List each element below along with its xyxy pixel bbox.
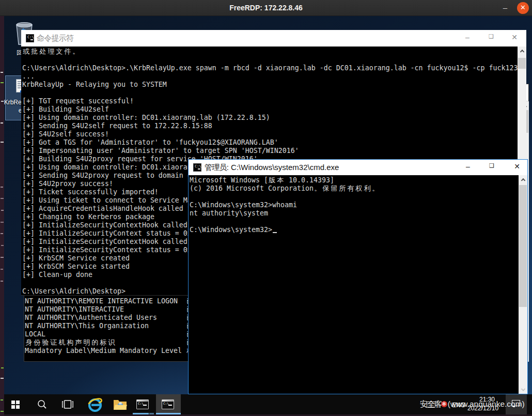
host-terminal-text-fragment (1, 72, 3, 73)
console-row: [+] Got a TGS for 'Administrator' to 'fu… (22, 138, 518, 147)
console-row: Microsoft Windows [版本 10.0.14393] (190, 176, 519, 184)
watermark-url: (www.anquanke.com) (448, 399, 525, 409)
minimize-button[interactable]: – (460, 162, 476, 171)
windows-logo-pane (11, 400, 15, 404)
console-row: (c) 2016 Microsoft Corporation。保留所有权利。 (190, 184, 519, 193)
freerdp-close-button[interactable]: ✕ (517, 2, 529, 14)
watermark-site-name: 安全客 (420, 399, 442, 409)
console-output: NT AUTHORITY\REMOTE INTERACTIVE LOGON 已知… (25, 297, 211, 355)
host-terminal-text-fragment (1, 82, 4, 83)
freerdp-titlebar[interactable]: FreeRDP: 172.22.8.46 – ✕ (0, 0, 532, 16)
search-button[interactable] (33, 394, 52, 414)
running-indicator (133, 413, 149, 414)
window-title: 管理员: C:\Windows\system32\cmd.exe (205, 163, 339, 173)
host-terminal-text-fragment (1, 411, 4, 412)
chevron-shape (520, 49, 524, 53)
console-row: NT AUTHORITY\Authenticated Users 已知组 (25, 314, 211, 322)
exe-icon-text-line (18, 81, 21, 82)
console-row: C:\Windows\system32>whoami (190, 201, 519, 209)
command-prompt-icon: C:\ (162, 399, 174, 409)
host-terminal-text-fragment (1, 187, 3, 188)
scroll-up-icon[interactable] (519, 175, 527, 184)
console-row: [+] Impersonating user 'Administrator' t… (22, 147, 518, 155)
console-row: Mandatory Label\Medium Mandatory Level 标… (25, 347, 211, 355)
host-terminal-text-fragment (1, 378, 4, 379)
console-output: Microsoft Windows [版本 10.0.14393] (c) 20… (190, 176, 519, 234)
console-row: [+] Using domain controller: DC01.xiaora… (22, 114, 518, 122)
console-row (190, 218, 519, 226)
console-row (22, 89, 518, 97)
exe-icon-text-line (18, 87, 21, 88)
windows-desktop[interactable]: 回收站 KrbRelayUp.ex e NT AUTHORITY\REMOTE … (4, 16, 532, 414)
console-cursor (273, 232, 277, 233)
maximize-button[interactable]: ❑ (484, 162, 499, 169)
host-desktop-strip (0, 16, 4, 416)
host-terminal-text-fragment (1, 210, 4, 211)
scrollbar-thumb[interactable] (519, 185, 527, 307)
scroll-down-icon[interactable] (519, 385, 527, 394)
host-terminal-text-fragment (1, 233, 3, 234)
file-explorer-button[interactable] (107, 394, 132, 414)
console-row: 身份验证机构声明的标识 已知组 (25, 338, 211, 347)
start-button[interactable] (4, 394, 28, 414)
host-terminal-text-fragment (1, 257, 4, 258)
console-row: NT AUTHORITY\This Organization 已知组 (25, 322, 211, 330)
window-title: 命令提示符 (37, 34, 73, 43)
host-terminal-text-fragment (1, 269, 3, 270)
windows-logo-pane (16, 400, 20, 404)
maximize-button[interactable]: ❑ (483, 33, 499, 40)
cmd-window-admin-titlebar[interactable]: C:\ 管理员: C:\Windows\system32\cmd.exe – ❑… (189, 160, 527, 175)
console-row: NT AUTHORITY\REMOTE INTERACTIVE LOGON 已知… (25, 297, 211, 305)
console-row: [+] Building S4U2self (22, 105, 518, 114)
host-terminal-text-fragment (1, 281, 3, 282)
command-prompt-admin-task-button[interactable]: C:\ (156, 394, 181, 414)
scrollbar[interactable] (519, 175, 527, 394)
console-row: C:\Windows\system32> (190, 226, 519, 234)
close-button[interactable]: ✕ (507, 33, 522, 41)
minimize-button[interactable]: – (460, 33, 475, 41)
host-terminal-text-fragment (1, 399, 3, 400)
freerdp-title: FreeRDP: 172.22.8.46 (0, 0, 532, 16)
host-terminal-text-fragment (1, 101, 4, 102)
internet-explorer-icon (87, 397, 103, 412)
cmd-window-admin[interactable]: C:\ 管理员: C:\Windows\system32\cmd.exe – ❑… (188, 159, 528, 394)
command-prompt-task-button[interactable]: C:\ (133, 394, 154, 414)
freerdp-minimize-button[interactable]: – (499, 0, 511, 16)
host-terminal-text-fragment (1, 222, 4, 223)
host-terminal-text-fragment (1, 122, 3, 124)
close-button[interactable]: ✕ (509, 162, 525, 171)
chevron-shape (521, 178, 525, 182)
host-terminal-text-fragment (1, 245, 4, 246)
console-row (190, 193, 519, 201)
exe-icon-text-line (18, 83, 21, 84)
cmd-window-titlebar[interactable]: C:\ 命令提示符 – ❑ ✕ (21, 30, 526, 47)
console-area[interactable]: Microsoft Windows [版本 10.0.14393] (c) 20… (189, 175, 527, 394)
running-indicator (149, 413, 154, 414)
console-row: ... (22, 72, 518, 81)
cmd-icon: C:\ (193, 163, 201, 172)
internet-explorer-button[interactable] (83, 394, 107, 414)
host-terminal-text-fragment (1, 198, 4, 199)
exe-icon-text-line (18, 85, 21, 86)
scroll-up-icon[interactable] (518, 47, 526, 55)
console-row: [+] S4U2self success! (22, 130, 518, 138)
console-row: 或批处理文件。 (22, 48, 518, 56)
running-indicator-active (156, 413, 181, 414)
console-row: [+] Sending S4U2self request to 172.22.8… (22, 122, 518, 130)
scrollbar-thumb[interactable] (518, 58, 526, 69)
console-row: C:\Users\Aldrich\Desktop>.\KrbRelayUp.ex… (22, 64, 518, 72)
chevron-shape (521, 387, 525, 391)
task-view-button[interactable] (58, 394, 76, 414)
file-explorer-icon (113, 398, 127, 410)
console-row: nt authority\system (190, 209, 519, 218)
console-row: LOCAL 已知组 (25, 330, 211, 338)
search-icon (37, 399, 47, 409)
windows-logo-pane (16, 405, 20, 409)
console-row: [+] TGT request successful! (22, 97, 518, 105)
console-row: NT AUTHORITY\INTERACTIVE 已知组 (25, 305, 211, 314)
console-row: KrbRelayUp - Relaying you to SYSTEM (22, 81, 518, 89)
host-terminal-text-fragment (1, 367, 4, 368)
host-terminal-text-fragment (1, 142, 4, 143)
task-view-icon (62, 400, 73, 409)
console-row (22, 56, 518, 64)
